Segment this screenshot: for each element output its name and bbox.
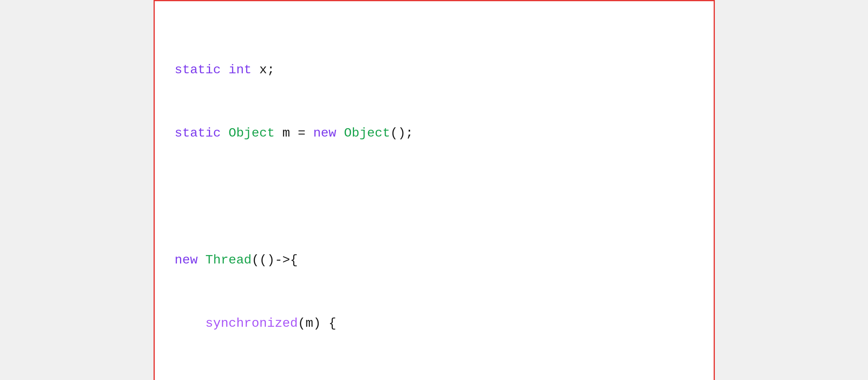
keyword-synchronized: synchronized [205, 316, 297, 331]
code-container: static int x; static Object m = new Obje… [154, 0, 715, 380]
type-object: Object [229, 126, 275, 141]
indent [175, 316, 206, 331]
line-synchronized-1: synchronized(m) { [175, 313, 694, 334]
code-block: static int x; static Object m = new Obje… [175, 17, 694, 380]
blank-line-1 [175, 186, 694, 207]
line-x-assign: x = 10; [175, 377, 694, 380]
code-text: (m) { [298, 316, 336, 331]
code-text: m = [275, 126, 313, 141]
arrow: ->{ [275, 253, 298, 267]
type-thread: Thread [205, 253, 251, 267]
code-text: (); [390, 126, 413, 141]
line-static-object: static Object m = new Object(); [175, 123, 694, 144]
line-new-thread-1: new Thread(()->{ [175, 250, 694, 271]
code-text: (() [252, 253, 275, 267]
code-text: x; [252, 62, 275, 77]
line-static-int: static int x; [175, 60, 694, 81]
keyword-static2: static [175, 126, 221, 141]
keyword-new-2: new [175, 253, 198, 267]
type-object2: Object [344, 126, 390, 141]
keyword-static: static [175, 62, 221, 77]
keyword-new: new [313, 126, 336, 141]
keyword-int: int [229, 62, 252, 77]
